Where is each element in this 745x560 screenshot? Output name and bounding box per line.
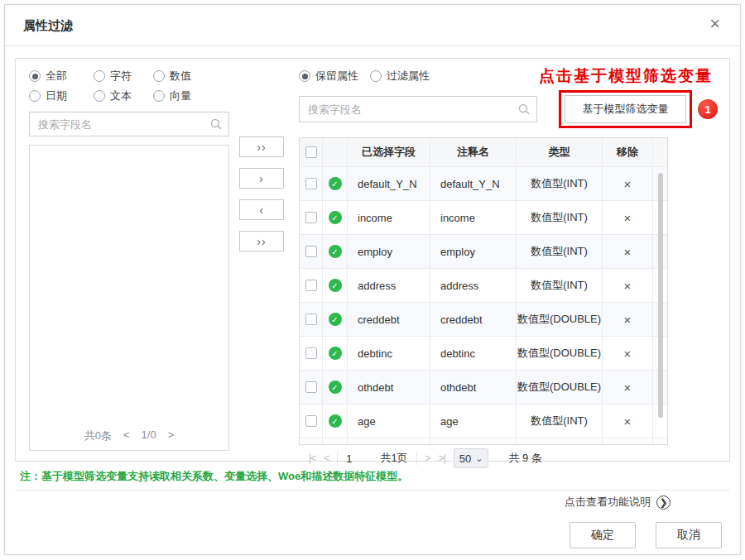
row-checkbox[interactable]	[305, 381, 317, 393]
remove-row-icon[interactable]: ×	[624, 211, 632, 225]
type-cell: 数值型(INT)	[517, 404, 603, 438]
comment-cell: othdebt	[430, 371, 517, 404]
radio-icon	[153, 90, 165, 102]
cancel-button[interactable]: 取消	[656, 522, 722, 548]
row-checkbox[interactable]	[305, 280, 317, 291]
remove-header: 移除	[603, 138, 653, 166]
radio-label: 文本	[110, 89, 132, 103]
page-size-select[interactable]: 50 ⌄	[454, 448, 489, 468]
remove-row-icon[interactable]: ×	[624, 414, 632, 428]
keep-filter-radio[interactable]: 保留属性	[299, 69, 358, 84]
right-search-input[interactable]	[308, 103, 518, 116]
radio-label: 全部	[46, 69, 67, 84]
row-checkbox-cell	[300, 371, 323, 404]
prev-page-button[interactable]: <	[324, 452, 329, 464]
close-icon[interactable]: ×	[709, 15, 720, 33]
available-fields-list[interactable]: 共0条 < 1/0 >	[29, 145, 229, 451]
search-icon	[518, 103, 530, 115]
select-all-checkbox[interactable]	[305, 146, 317, 158]
field-type-radio[interactable]: 字符	[94, 69, 153, 84]
comment-cell: address	[430, 269, 517, 302]
field-name-cell: othdebt	[348, 371, 430, 404]
comment-cell: employ	[430, 235, 517, 268]
row-checkbox[interactable]	[305, 314, 317, 325]
row-checkbox[interactable]	[305, 246, 317, 257]
table-row: ✓ age age 数值型(INT) ×	[300, 404, 667, 438]
field-type-radio[interactable]: 数值	[153, 69, 213, 84]
last-page-button[interactable]: >|	[439, 452, 445, 464]
pager-divider	[416, 452, 417, 465]
remove-row-icon[interactable]: ×	[624, 177, 632, 191]
table-row-partial	[300, 438, 667, 444]
comment-cell: age	[430, 404, 517, 438]
row-checkbox[interactable]	[305, 347, 317, 359]
remove-row-icon[interactable]: ×	[624, 279, 632, 293]
status-header-cell	[323, 138, 348, 166]
comment-header: 注释名	[430, 138, 517, 166]
next-page-button[interactable]: >	[425, 452, 430, 464]
keep-filter-radio[interactable]: 过滤属性	[370, 69, 430, 84]
help-link[interactable]: 点击查看功能说明 ❯	[15, 495, 730, 510]
table-row: ✓ address address 数值型(INT) ×	[300, 268, 667, 302]
selected-check-icon: ✓	[329, 211, 342, 224]
remove-row-icon[interactable]: ×	[624, 381, 632, 395]
row-checkbox[interactable]	[305, 415, 317, 427]
row-checkbox[interactable]	[305, 178, 317, 189]
ok-button[interactable]: 确定	[570, 522, 636, 548]
radio-icon	[370, 70, 382, 82]
transfer-button[interactable]: ‹	[239, 199, 284, 220]
left-page-indicator: 1/0	[142, 428, 156, 443]
filter-by-model-button[interactable]: 基于模型筛选变量	[565, 95, 686, 123]
scroll-gutter	[653, 138, 667, 166]
remove-cell: ×	[603, 235, 653, 268]
type-cell: 数值型(INT)	[517, 201, 603, 234]
field-name-cell: employ	[348, 235, 430, 268]
remove-cell: ×	[603, 201, 653, 234]
remove-row-icon[interactable]: ×	[624, 245, 632, 259]
row-checkbox[interactable]	[305, 212, 317, 223]
comment-cell: default_Y_N	[430, 167, 517, 200]
remove-row-icon[interactable]: ×	[624, 347, 632, 361]
remove-cell: ×	[603, 371, 653, 404]
type-cell: 数值型(INT)	[517, 167, 603, 200]
remove-cell: ×	[603, 303, 653, 336]
field-type-radio[interactable]: 向量	[153, 89, 213, 103]
row-checkbox-cell	[300, 404, 323, 438]
dialog-body: 全部 字符 数值	[5, 46, 740, 554]
type-cell: 数值型(INT)	[517, 269, 603, 302]
total-pages-label: 共1页	[380, 451, 407, 466]
radio-icon	[153, 70, 165, 82]
remove-row-icon[interactable]: ×	[624, 313, 632, 327]
left-search-box	[29, 112, 229, 136]
first-page-button[interactable]: |<	[309, 452, 315, 464]
dialog-header: 属性过滤 ×	[5, 5, 740, 46]
transfer-button[interactable]: ››	[239, 136, 284, 157]
type-cell: 数值型(DOUBLE)	[517, 371, 603, 404]
selected-check-icon: ✓	[329, 279, 342, 292]
type-cell: 数值型(DOUBLE)	[517, 303, 603, 336]
radio-label: 过滤属性	[387, 69, 430, 84]
table-row: ✓ othdebt othdebt 数值型(DOUBLE) ×	[300, 370, 667, 404]
row-checkbox-cell	[300, 337, 323, 370]
field-type-radio[interactable]: 全部	[29, 69, 94, 84]
left-next-page-button[interactable]: >	[168, 428, 175, 443]
transfer-button[interactable]: ››	[239, 231, 284, 251]
table-scrollbar[interactable]	[658, 173, 663, 418]
remove-cell: ×	[603, 337, 653, 370]
radio-label: 日期	[46, 89, 67, 103]
row-checkbox-cell	[300, 167, 323, 200]
field-name-cell: age	[348, 404, 430, 438]
left-prev-page-button[interactable]: <	[123, 428, 130, 443]
comment-cell: creddebt	[430, 303, 517, 336]
field-type-radio[interactable]: 日期	[29, 89, 94, 103]
transfer-button[interactable]: ›	[239, 168, 284, 189]
row-status-cell: ✓	[323, 235, 348, 268]
row-checkbox-cell	[300, 235, 323, 268]
row-checkbox-cell	[300, 269, 323, 302]
help-arrow-icon: ❯	[656, 495, 670, 510]
field-type-radio[interactable]: 文本	[94, 89, 153, 103]
action-buttons: 确定 取消	[15, 522, 730, 548]
page-size-value: 50	[459, 452, 471, 465]
selected-check-icon: ✓	[329, 313, 342, 326]
left-search-input[interactable]	[38, 118, 210, 131]
